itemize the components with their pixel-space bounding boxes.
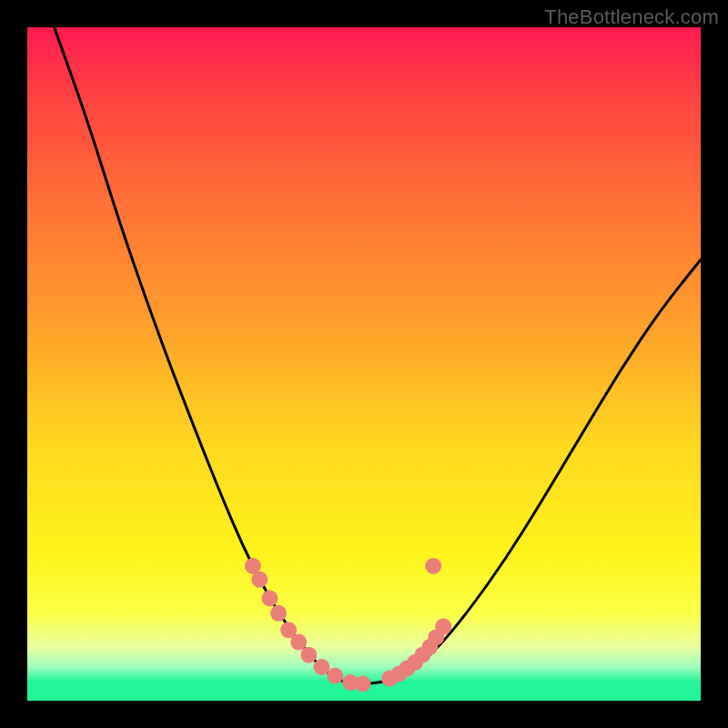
highlight-dot [435,619,451,635]
highlight-dot [300,647,317,663]
highlight-dot [251,571,268,588]
highlight-dot [327,668,343,684]
highlight-dot [425,558,441,574]
highlight-dot [290,634,307,651]
highlight-dot [355,676,371,693]
highlight-dot [313,659,329,675]
watermark-label: TheBottleneck.com [544,5,719,29]
chart-frame: TheBottleneck.com [0,0,728,728]
highlight-dot [261,591,278,607]
bottleneck-curve [55,27,701,684]
chart-svg [27,27,701,701]
plot-area [27,27,701,701]
highlight-dot [270,605,287,622]
